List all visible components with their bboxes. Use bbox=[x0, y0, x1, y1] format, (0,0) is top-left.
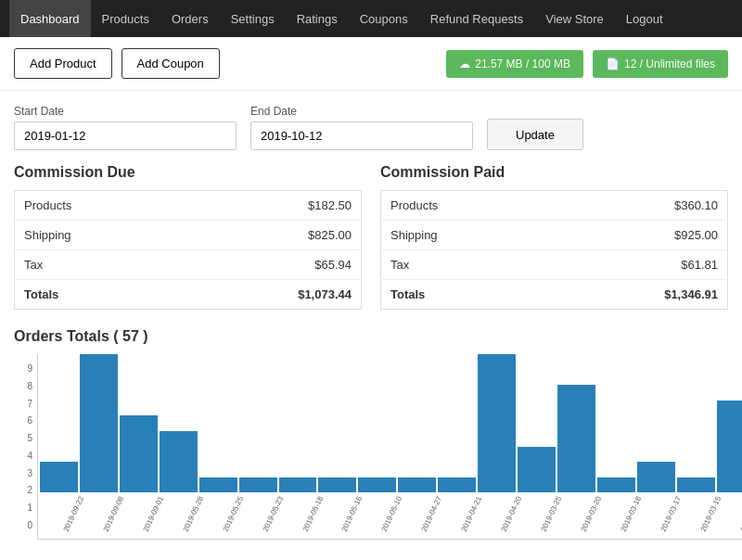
bars bbox=[38, 354, 742, 492]
end-date-input[interactable] bbox=[250, 121, 473, 150]
files-button[interactable]: 📄 12 / Unlimited files bbox=[593, 50, 728, 78]
bar-wrap bbox=[557, 354, 595, 492]
storage-label: 21.57 MB / 100 MB bbox=[475, 57, 570, 70]
row-value: $825.00 bbox=[180, 221, 361, 250]
bar bbox=[438, 477, 476, 493]
add-product-button[interactable]: Add Product bbox=[14, 48, 112, 79]
y-axis-label: 7 bbox=[14, 399, 32, 409]
commission-due-title: Commission Due bbox=[14, 164, 362, 181]
nav-item-view-store[interactable]: View Store bbox=[534, 0, 615, 37]
nav-item-logout[interactable]: Logout bbox=[615, 0, 674, 37]
x-label-wrap: 2019-03-25 bbox=[518, 492, 556, 539]
bar-wrap bbox=[239, 354, 277, 492]
row-label: Products bbox=[15, 191, 181, 221]
table-row: Shipping$925.00 bbox=[381, 221, 728, 250]
bar-wrap bbox=[398, 354, 436, 492]
row-label: Shipping bbox=[15, 221, 181, 250]
y-axis-label: 9 bbox=[14, 363, 32, 374]
bar-wrap bbox=[279, 354, 317, 492]
y-axis-label: 5 bbox=[14, 433, 32, 443]
bar bbox=[677, 477, 715, 493]
table-row: Products$182.50 bbox=[15, 191, 362, 221]
bar-wrap bbox=[358, 354, 396, 492]
commission-row: Commission Due Products$182.50Shipping$8… bbox=[14, 164, 728, 310]
commission-paid-table: Products$360.10Shipping$925.00Tax$61.81T… bbox=[380, 190, 728, 310]
row-label: Tax bbox=[15, 250, 181, 280]
nav-item-coupons[interactable]: Coupons bbox=[349, 0, 419, 37]
x-label-wrap: 2019-03-17 bbox=[637, 492, 675, 539]
add-coupon-button[interactable]: Add Coupon bbox=[122, 48, 220, 79]
bar-wrap bbox=[518, 354, 556, 492]
x-label-wrap: 2019-09-01 bbox=[120, 492, 158, 539]
start-date-input[interactable] bbox=[14, 121, 237, 150]
bar bbox=[160, 431, 198, 492]
row-value: $360.10 bbox=[546, 191, 727, 221]
start-date-label: Start Date bbox=[14, 105, 237, 118]
bar bbox=[717, 401, 742, 493]
y-axis-label: 6 bbox=[14, 415, 32, 426]
commission-paid-block: Commission Paid Products$360.10Shipping$… bbox=[380, 164, 728, 310]
bar bbox=[120, 415, 158, 492]
x-label-wrap: 2019-04-27 bbox=[398, 492, 436, 539]
y-axis: 0123456789 bbox=[14, 363, 32, 530]
main-content: Commission Due Products$182.50Shipping$8… bbox=[0, 164, 742, 554]
bar bbox=[597, 477, 635, 493]
bar bbox=[518, 447, 556, 493]
end-date-group: End Date bbox=[250, 105, 473, 150]
x-label-wrap: 2019-03-20 bbox=[557, 492, 595, 539]
x-labels: 2019-09-222019-09-082019-09-012019-05-28… bbox=[38, 492, 742, 539]
x-label-wrap: 2019-05-10 bbox=[358, 492, 396, 539]
bar bbox=[358, 477, 396, 493]
update-button[interactable]: Update bbox=[487, 119, 583, 150]
bar-wrap bbox=[120, 354, 158, 492]
y-axis-label: 2 bbox=[14, 485, 32, 495]
x-label-wrap: 2019-05-23 bbox=[239, 492, 277, 539]
orders-chart-title: Orders Totals ( 57 ) bbox=[14, 328, 742, 345]
nav-item-dashboard[interactable]: Dashboard bbox=[9, 0, 91, 37]
storage-button[interactable]: ☁ 21.57 MB / 100 MB bbox=[446, 50, 583, 78]
table-row: Products$360.10 bbox=[381, 191, 728, 221]
commission-paid-title: Commission Paid bbox=[380, 164, 728, 181]
row-value: $182.50 bbox=[180, 191, 361, 221]
row-label: Totals bbox=[15, 280, 181, 310]
nav-item-ratings[interactable]: Ratings bbox=[286, 0, 349, 37]
bar-wrap bbox=[318, 354, 356, 492]
toolbar-left: Add Product Add Coupon bbox=[14, 48, 220, 79]
nav-item-refund-requests[interactable]: Refund Requests bbox=[419, 0, 534, 37]
charts-row: Orders Totals ( 57 ) 0123456789 2019-09-… bbox=[14, 328, 728, 540]
bars-container: 2019-09-222019-09-082019-09-012019-05-28… bbox=[37, 354, 742, 540]
nav-item-settings[interactable]: Settings bbox=[220, 0, 286, 37]
bar bbox=[80, 354, 118, 492]
bar-wrap bbox=[597, 354, 635, 492]
bar-chart-area: 0123456789 2019-09-222019-09-082019-09-0… bbox=[14, 354, 742, 540]
date-filter: Start Date End Date Update bbox=[0, 91, 742, 164]
table-row: Shipping$825.00 bbox=[15, 221, 362, 250]
table-row: Tax$61.81 bbox=[381, 250, 728, 280]
file-icon: 📄 bbox=[606, 57, 620, 70]
row-value: $925.00 bbox=[546, 221, 727, 250]
x-label-wrap: 2019-04-20 bbox=[478, 492, 516, 539]
x-label-wrap: 2019-04-21 bbox=[438, 492, 476, 539]
bar-wrap bbox=[677, 354, 715, 492]
row-label: Shipping bbox=[381, 221, 547, 250]
bar-wrap bbox=[40, 354, 78, 492]
y-axis-label: 4 bbox=[14, 451, 32, 461]
nav-item-orders[interactable]: Orders bbox=[160, 0, 220, 37]
cloud-icon: ☁ bbox=[459, 57, 470, 70]
x-label: 2019-03-14 bbox=[738, 495, 742, 533]
row-value: $65.94 bbox=[180, 250, 361, 280]
y-axis-label: 0 bbox=[14, 520, 32, 530]
nav-item-products[interactable]: Products bbox=[91, 0, 160, 37]
bar-wrap bbox=[80, 354, 118, 492]
table-row: Tax$65.94 bbox=[15, 250, 362, 280]
commission-due-block: Commission Due Products$182.50Shipping$8… bbox=[14, 164, 362, 310]
x-label-wrap: 2019-09-08 bbox=[80, 492, 118, 539]
y-axis-label: 1 bbox=[14, 503, 32, 513]
row-value: $1,073.44 bbox=[180, 280, 361, 310]
bar bbox=[557, 385, 595, 492]
x-label-wrap: 2019-05-25 bbox=[199, 492, 237, 539]
bar bbox=[199, 477, 237, 493]
x-label-wrap: 2019-05-28 bbox=[160, 492, 198, 539]
start-date-group: Start Date bbox=[14, 105, 237, 150]
bar-wrap bbox=[438, 354, 476, 492]
